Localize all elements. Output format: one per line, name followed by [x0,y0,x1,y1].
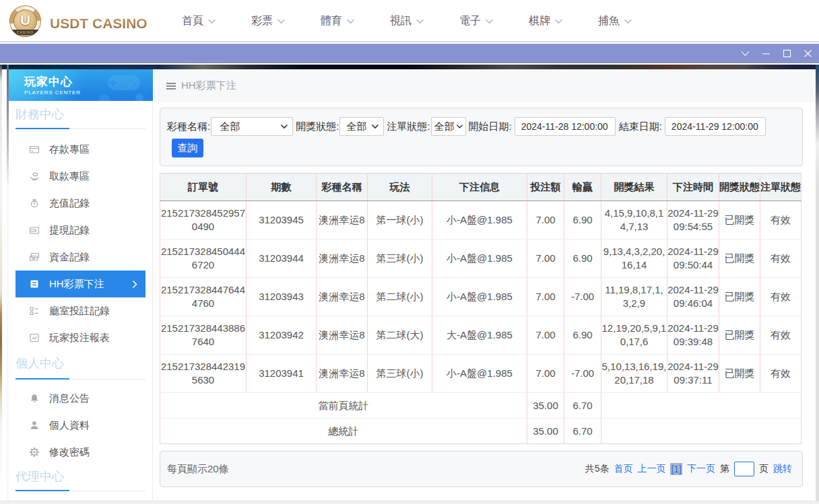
sidebar-item-個人資料[interactable]: 個人資料 [9,412,153,439]
lottery-name-label: 彩種名稱: [167,120,210,133]
window-titlebar [0,44,819,63]
lottery-doc-icon [29,279,40,289]
cell-order-no: 2152173284529570490 [160,201,247,240]
summary-win-loss: 6.70 [564,419,601,444]
sidebar: 玩家中心 PLAYERS CENTER 財務中心存款專區取款專區充值記錄提現記錄… [9,69,153,501]
pagination-bar: 每頁顯示20條 共5条 首页 上一页 [1] 下一页 第 页 跳转 [160,451,803,487]
window-close-icon[interactable] [797,44,818,63]
cell-order-status: 有效 [760,355,801,393]
menu-toggle-icon[interactable] [166,83,176,89]
chevron-down-icon [277,18,286,24]
sidebar-item-label: HH彩票下注 [49,278,104,291]
nav-item-4[interactable]: 電子 [459,14,529,28]
nav-item-0[interactable]: 首頁 [182,14,251,28]
jump-link[interactable]: 跳转 [773,463,792,475]
cell-play: 第三球(小) [368,355,432,393]
query-button[interactable]: 查詢 [172,139,203,157]
table-body: 215217328452957049031203945澳洲幸运8第一球(小)小-… [160,201,801,444]
cell-lottery-name: 澳洲幸运8 [317,278,368,316]
draw-status-select[interactable]: 全部 [339,117,384,136]
nav-item-5[interactable]: 棋牌 [529,14,598,28]
col-header-draw-status: 開獎狀態 [719,174,760,201]
gamepad-icon [99,72,148,101]
nav-item-label: 電子 [459,14,481,28]
top-header: U CASINO USDT CASINO 首頁彩票體育視訊電子棋牌捕魚 [0,0,819,42]
sidebar-item-取款專區[interactable]: 取款專區 [9,163,153,190]
main-nav: 首頁彩票體育視訊電子棋牌捕魚 [182,0,667,42]
page: U CASINO USDT CASINO 首頁彩票體育視訊電子棋牌捕魚 [0,0,819,504]
cell-order-no: 2152173284476444760 [160,278,247,316]
sidebar-item-label: 修改密碼 [49,446,90,459]
jump-label-suf: 页 [759,463,768,475]
cell-period: 31203944 [247,240,317,278]
select-chevron-icon [456,124,463,129]
nav-item-label: 體育 [321,14,342,28]
bottom-strip [0,501,819,504]
cell-draw-status: 已開獎 [719,201,760,240]
bet-table: 訂單號期數彩種名稱玩法下注信息投注額輸贏開獎結果下注時間開獎狀態注單狀態 215… [160,173,801,444]
sidebar-body: 財務中心存款專區取款專區充值記錄提現記錄資金記錄HH彩票下注廳室投註記錄玩家投注… [9,101,152,501]
sidebar-header: 玩家中心 PLAYERS CENTER [9,69,153,101]
jump-label-pre: 第 [720,463,729,475]
cell-win-loss: 6.90 [564,316,601,355]
next-page-link[interactable]: 下一页 [687,463,715,475]
cell-period: 31203943 [247,278,317,316]
cell-play: 第二球(大) [368,316,432,355]
person-icon [29,420,40,431]
sidebar-item-資金記錄[interactable]: 資金記錄 [9,244,153,271]
breadcrumb-bar: HH彩票下注 [154,69,816,102]
sidebar-item-提現記錄[interactable]: 提現記錄 [9,217,153,244]
cell-draw-result: 12,19,20,5,9,10,17,6 [601,316,667,355]
background-left-strip-outer [0,65,2,504]
window-minimize-icon[interactable] [756,44,777,63]
sidebar-item-充值記錄[interactable]: 充值記錄 [9,190,153,217]
col-header-lottery-name: 彩種名稱 [317,174,368,201]
total-count-label: 共5条 [585,463,610,475]
lottery-name-select[interactable]: 全部 [211,117,293,136]
pagination-controls: 共5条 首页 上一页 [1] 下一页 第 页 跳转 [585,452,792,487]
sidebar-item-存款專區[interactable]: 存款專區 [9,136,153,163]
page-jump-input[interactable] [734,462,754,476]
window-maximize-icon[interactable] [777,44,797,63]
section-title-1: 個人中心 [15,355,64,371]
sidebar-item-修改密碼[interactable]: 修改密碼 [9,439,153,466]
window-dropdown-icon[interactable] [735,44,756,63]
cell-order-status: 有效 [760,278,801,316]
sidebar-item-廳室投註記錄[interactable]: 廳室投註記錄 [9,297,153,324]
cell-order-status: 有效 [760,201,801,240]
col-header-bet-info: 下注信息 [432,174,527,201]
nav-item-1[interactable]: 彩票 [251,14,321,28]
end-date-input[interactable] [665,117,766,136]
sidebar-item-玩家投注報表[interactable]: 玩家投注報表 [9,324,153,351]
prev-page-link[interactable]: 上一页 [637,463,665,475]
cell-lottery-name: 澳洲幸运8 [317,201,368,240]
nav-item-2[interactable]: 體育 [321,14,390,28]
logo-text[interactable]: USDT CASINO [50,15,148,32]
gear-icon [29,447,40,458]
table-head: 訂單號期數彩種名稱玩法下注信息投注額輸贏開獎結果下注時間開獎狀態注單狀態 [160,174,801,201]
cell-draw-result: 9,13,4,3,2,20,16,14 [601,240,667,278]
current-page-badge[interactable]: [1] [670,463,682,475]
nav-item-label: 捕魚 [598,14,620,28]
nav-item-3[interactable]: 視訊 [390,14,459,28]
order-status-select[interactable]: 全部 [431,117,466,136]
table-row: 215217328443886764031203942澳洲幸运8第二球(大)大-… [160,316,801,355]
cell-play: 第一球(小) [368,201,432,240]
select-chevron-icon [280,124,288,129]
col-header-order-status: 注單狀態 [760,174,801,201]
col-header-order-no: 訂單號 [160,174,247,201]
cell-play: 第三球(小) [368,240,432,278]
summary-empty [601,393,801,419]
nav-item-6[interactable]: 捕魚 [598,14,667,28]
sidebar-item-消息公告[interactable]: 消息公告 [9,385,153,412]
sidebar-item-HH彩票下注[interactable]: HH彩票下注 [15,271,145,297]
cell-bet-info: 小-A盤@1.985 [432,355,527,393]
cell-draw-result: 4,15,9,10,8,14,7,13 [601,201,667,240]
first-page-link[interactable]: 首页 [614,463,632,475]
start-date-label: 開始日期: [469,120,512,133]
chevron-down-icon [485,18,494,24]
start-date-input[interactable] [515,117,616,136]
draw-status-label: 開獎狀態: [296,120,339,133]
usdt-casino-logo-icon[interactable]: U CASINO [9,5,41,37]
summary-bet-amount: 35.00 [527,419,564,444]
